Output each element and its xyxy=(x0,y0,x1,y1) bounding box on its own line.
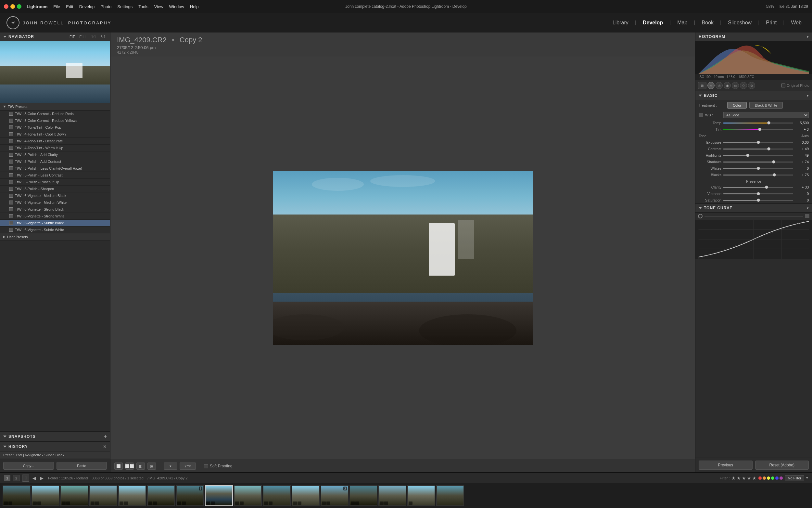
preset-item[interactable]: TtW | 5-Polish - Less Contrast xyxy=(0,172,110,179)
view-1-button[interactable]: 1 xyxy=(4,475,10,481)
red-filter-dot[interactable] xyxy=(758,476,762,480)
preset-item[interactable]: TtW | 4-Tone/Tint - Warm It Up xyxy=(0,144,110,152)
whites-slider[interactable] xyxy=(723,168,793,169)
soft-proofing-toggle[interactable]: Soft Proofing xyxy=(204,464,232,468)
paste-button[interactable]: Paste xyxy=(56,462,107,470)
zoom-1-1[interactable]: 1:1 xyxy=(90,35,97,39)
tint-slider[interactable] xyxy=(723,129,793,130)
tone-curve-header[interactable]: Tone Curve ▾ xyxy=(696,204,812,213)
preset-item[interactable]: TtW | 6-Vignette - Strong Black xyxy=(0,206,110,213)
blacks-slider[interactable] xyxy=(723,174,793,175)
preset-item[interactable]: TtW | 6-Vignette - Strong White xyxy=(0,213,110,220)
nav-print[interactable]: Print xyxy=(762,18,780,27)
crop-tool[interactable]: ⊞ xyxy=(698,82,707,89)
date-dropdown[interactable]: YY▾ xyxy=(180,463,196,470)
star-filter[interactable]: ★ ★ ★ ★ ★ xyxy=(731,475,757,481)
auto-tone-button[interactable]: Auto xyxy=(801,134,809,138)
preset-item-selected[interactable]: TtW | 6-Vignette - Subtle Black xyxy=(0,220,110,226)
menu-settings[interactable]: Settings xyxy=(117,4,133,9)
preset-item[interactable]: TtW | 5-Polish - Add Clarity xyxy=(0,152,110,158)
filmstrip-thumb-6[interactable] xyxy=(147,485,175,506)
history-header[interactable]: History ✕ xyxy=(0,442,110,452)
prev-nav-button[interactable]: ◀ xyxy=(32,475,37,481)
menu-tools[interactable]: Tools xyxy=(138,4,148,9)
curve-arrow[interactable] xyxy=(805,214,809,218)
star-1[interactable]: ★ xyxy=(731,475,736,481)
history-item[interactable]: Preset: TtW | 6-Vignette - Subtle Black xyxy=(0,452,110,459)
reset-button[interactable]: Reset (Adobe) xyxy=(755,461,809,470)
preset-item[interactable]: TtW | 4-Tone/Tint - Cool It Down xyxy=(0,131,110,138)
basic-expand[interactable]: ▾ xyxy=(807,94,809,98)
filmstrip-thumb-3[interactable] xyxy=(60,485,88,506)
presets-category-header[interactable]: TtW Presets xyxy=(0,103,110,111)
purple-filter-dot[interactable] xyxy=(779,476,783,480)
preset-item[interactable]: TtW | 5-Polish - Punch It Up xyxy=(0,179,110,185)
red-eye-tool[interactable]: ◉ xyxy=(724,82,731,89)
filmstrip-thumb-1[interactable] xyxy=(3,485,31,506)
zoom-3-1[interactable]: 3:1 xyxy=(99,35,107,39)
menu-help[interactable]: Help xyxy=(190,4,199,9)
maximize-button[interactable] xyxy=(17,4,21,9)
star-2[interactable]: ★ xyxy=(737,475,741,481)
add-snapshot-button[interactable]: + xyxy=(104,433,107,439)
filter-options-arrow[interactable]: ▾ xyxy=(806,476,808,480)
basic-header[interactable]: Basic ▾ xyxy=(696,91,812,100)
wb-picker-icon[interactable] xyxy=(699,113,703,117)
menu-file[interactable]: File xyxy=(53,4,60,9)
preset-item[interactable]: TtW | 4-Tone/Tint - Desaturate xyxy=(0,138,110,144)
graduated-filter[interactable]: ▭ xyxy=(732,82,739,89)
orig-checkbox[interactable] xyxy=(781,84,785,87)
color-treatment-button[interactable]: Color xyxy=(727,102,747,109)
filmstrip-thumb-15[interactable] xyxy=(407,485,435,506)
highlights-slider[interactable] xyxy=(723,155,793,156)
minimize-button[interactable] xyxy=(10,4,15,9)
bw-treatment-button[interactable]: Black & White xyxy=(749,102,782,109)
soft-proof-checkbox[interactable] xyxy=(204,464,208,468)
nav-map[interactable]: Map xyxy=(673,18,691,27)
filmstrip-thumb-10[interactable] xyxy=(263,485,291,506)
saturation-slider[interactable] xyxy=(723,200,793,201)
view-option-2[interactable]: ▣ xyxy=(147,463,156,470)
tone-curve-expand[interactable]: ▾ xyxy=(807,206,809,210)
filmstrip-thumb-5[interactable] xyxy=(118,485,146,506)
previous-button[interactable]: Previous xyxy=(699,461,753,470)
shadows-slider[interactable] xyxy=(723,162,793,163)
copy-button[interactable]: Copy... xyxy=(3,462,54,470)
view-option-1[interactable]: ◧ xyxy=(136,463,145,470)
original-photo-toggle[interactable]: Original Photo xyxy=(781,84,809,87)
green-filter-dot[interactable] xyxy=(771,476,774,480)
zoom-fill[interactable]: FILL xyxy=(78,35,88,39)
filmstrip-thumb-7[interactable]: 3 xyxy=(176,485,204,506)
filmstrip-thumb-13[interactable] xyxy=(349,485,377,506)
preset-item[interactable]: TtW | 6-Vignette - Subtle White xyxy=(0,226,110,234)
nav-develop[interactable]: Develop xyxy=(639,18,667,27)
color-filter[interactable] xyxy=(758,476,783,480)
blue-filter-dot[interactable] xyxy=(775,476,778,480)
nav-slideshow[interactable]: Slideshow xyxy=(724,18,756,27)
star-5[interactable]: ★ xyxy=(752,475,757,481)
menu-photo[interactable]: Photo xyxy=(100,4,111,9)
user-presets-header[interactable]: User Presets xyxy=(0,234,110,241)
before-after-button[interactable]: ⬜⬜ xyxy=(125,463,134,470)
navigator-header[interactable]: Navigator FIT FILL 1:1 3:1 xyxy=(0,33,110,41)
orange-filter-dot[interactable] xyxy=(763,476,766,480)
format-dropdown[interactable]: ▾ xyxy=(164,463,177,470)
loupe-view-button[interactable]: ⬜ xyxy=(114,463,123,470)
menu-develop[interactable]: Develop xyxy=(79,4,95,9)
vibrance-slider[interactable] xyxy=(723,194,793,194)
nav-web[interactable]: Web xyxy=(787,18,806,27)
close-button[interactable] xyxy=(4,4,8,9)
menu-view[interactable]: View xyxy=(154,4,163,9)
zoom-fit[interactable]: FIT xyxy=(68,35,76,39)
preset-item[interactable]: TtW | 6-Vignette - Medium Black xyxy=(0,193,110,199)
preset-item[interactable]: TtW | 5-Polish - Sharpen xyxy=(0,185,110,193)
contrast-slider[interactable] xyxy=(723,149,793,150)
filmstrip-thumb-14[interactable] xyxy=(378,485,406,506)
radial-filter[interactable]: ⬭ xyxy=(740,82,747,89)
spot-remove-tool[interactable]: ◎ xyxy=(716,82,723,89)
filmstrip-thumb-12[interactable]: 2 xyxy=(321,485,348,506)
temp-slider[interactable] xyxy=(723,123,793,124)
adjustment-brush[interactable]: ⊙ xyxy=(748,82,755,89)
preset-item[interactable]: TtW | 6-Vignette - Medium White xyxy=(0,199,110,206)
snapshots-header[interactable]: Snapshots + xyxy=(0,432,110,442)
